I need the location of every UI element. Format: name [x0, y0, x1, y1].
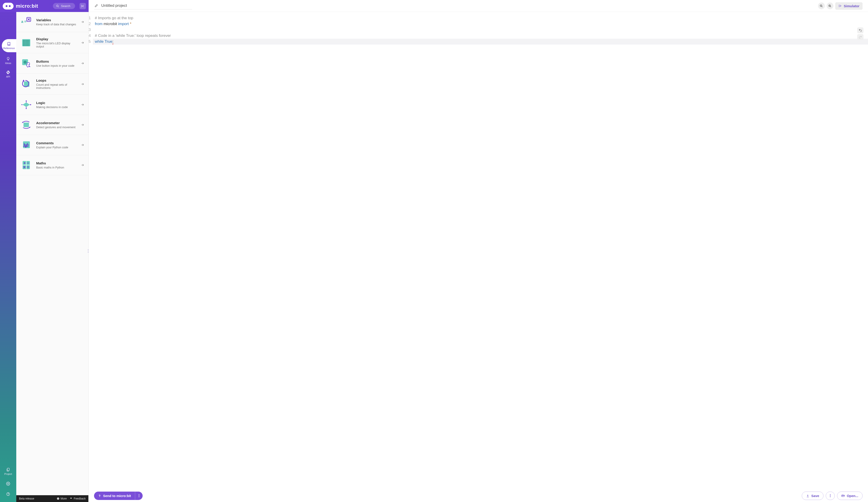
- svg-line-57: [822, 6, 823, 7]
- feedback-label: Feedback: [74, 497, 86, 500]
- reference-card-display[interactable]: Display The micro:bit's LED display outp…: [16, 32, 89, 53]
- ref-title: Buttons: [36, 60, 76, 63]
- svg-point-0: [56, 5, 58, 7]
- redo-icon: [858, 35, 862, 39]
- svg-line-1: [58, 6, 59, 7]
- rail-settings-button[interactable]: [0, 480, 16, 487]
- code-line[interactable]: from microbit import *: [95, 21, 868, 27]
- reference-card-variables[interactable]: a = Variables Keep track of data that ch…: [16, 12, 89, 32]
- svg-rect-14: [29, 40, 29, 41]
- python-icon: [6, 70, 10, 74]
- save-label: Save: [811, 494, 819, 498]
- svg-rect-48: [58, 498, 58, 499]
- ref-desc: Explain your Python code: [36, 146, 76, 149]
- code-line[interactable]: [95, 27, 868, 33]
- svg-point-45: [28, 168, 29, 168]
- code-line[interactable]: # Imports go at the top: [95, 15, 868, 21]
- zoom-out-icon: [820, 4, 823, 8]
- svg-rect-30: [23, 45, 24, 46]
- undo-button[interactable]: [857, 27, 864, 33]
- code-line[interactable]: # Code in a 'while True:' loop repeats f…: [95, 33, 868, 39]
- svg-point-54: [88, 252, 89, 253]
- editor-main: Simulator 12345 # Imports go at the topf…: [89, 0, 868, 502]
- book-icon: [7, 42, 11, 46]
- reference-card-logic[interactable]: Logic Making decisions in code: [16, 95, 89, 115]
- search-input[interactable]: Search: [53, 3, 75, 9]
- ref-desc: Detect gestures and movement: [36, 126, 76, 129]
- reference-card-accelerometer[interactable]: Accelerometer Detect gestures and moveme…: [16, 115, 89, 135]
- rail-tab-api[interactable]: API: [0, 69, 16, 79]
- ref-title: Loops: [36, 79, 76, 82]
- reference-card-maths[interactable]: Maths Basic maths in Python: [16, 155, 89, 175]
- brand-logo: micro:bit: [3, 3, 38, 10]
- rail-tab-ideas[interactable]: Ideas: [0, 55, 16, 66]
- svg-point-49: [58, 498, 58, 498]
- arrow-right-icon: [81, 163, 84, 167]
- svg-rect-13: [27, 40, 28, 41]
- redo-button[interactable]: [857, 34, 864, 40]
- svg-point-50: [88, 249, 89, 250]
- code-lines[interactable]: # Imports go at the topfrom microbit imp…: [93, 12, 868, 489]
- simulator-button[interactable]: Simulator: [835, 2, 862, 10]
- save-button[interactable]: Save: [802, 492, 824, 500]
- rail-tab-project[interactable]: Project: [0, 466, 16, 477]
- send-menu-button[interactable]: [135, 492, 143, 500]
- flag-icon: [70, 497, 73, 500]
- project-title-input[interactable]: [101, 3, 192, 8]
- reference-card-comments[interactable]: Comments Explain your Python code: [16, 135, 89, 155]
- svg-rect-18: [27, 41, 28, 42]
- svg-rect-3: [7, 468, 9, 471]
- undo-icon: [858, 29, 862, 32]
- brand-name: micro:bit: [16, 3, 38, 9]
- arrow-right-icon: [81, 20, 84, 24]
- collapse-sidebar-button[interactable]: [80, 3, 86, 9]
- ref-desc: Use button inputs in your code: [36, 64, 76, 68]
- svg-rect-10: [23, 40, 24, 41]
- gear-icon: [6, 482, 10, 486]
- svg-point-64: [138, 494, 139, 495]
- ref-title: Variables: [36, 18, 76, 22]
- ref-desc: Keep track of data that changes: [36, 23, 76, 26]
- ref-text: Comments Explain your Python code: [36, 141, 76, 149]
- info-icon: [57, 497, 60, 500]
- svg-rect-22: [26, 42, 27, 43]
- folder-open-icon: [841, 494, 845, 498]
- zoom-out-button[interactable]: [818, 2, 825, 9]
- svg-rect-28: [27, 44, 28, 44]
- arrow-right-icon: [81, 41, 84, 44]
- svg-rect-32: [26, 45, 27, 46]
- bot-face-icon: [3, 3, 13, 10]
- ref-icon: [20, 140, 32, 150]
- save-menu-button[interactable]: [826, 492, 835, 500]
- rail-help-button[interactable]: [0, 491, 16, 498]
- rail-tab-label: Reference: [3, 47, 15, 50]
- svg-rect-27: [26, 44, 27, 44]
- svg-rect-26: [24, 44, 25, 44]
- svg-rect-29: [29, 44, 29, 44]
- line-gutter: 12345: [89, 12, 93, 489]
- reference-card-buttons[interactable]: Buttons Use button inputs in your code: [16, 53, 89, 73]
- ref-text: Maths Basic maths in Python: [36, 161, 76, 169]
- code-line[interactable]: while True:: [93, 39, 868, 44]
- ref-text: Display The micro:bit's LED display outp…: [36, 37, 76, 48]
- svg-point-4: [8, 483, 9, 484]
- search-placeholder: Search: [61, 4, 70, 8]
- svg-point-52: [88, 251, 89, 252]
- svg-rect-20: [23, 42, 24, 43]
- ref-text: Logic Making decisions in code: [36, 101, 76, 109]
- feedback-button[interactable]: Feedback: [70, 497, 86, 500]
- zoom-in-button[interactable]: [827, 2, 834, 9]
- svg-rect-25: [23, 44, 24, 44]
- svg-rect-11: [24, 40, 25, 41]
- ref-desc: The micro:bit's LED display output: [36, 42, 76, 48]
- send-to-microbit-button[interactable]: Send to micro:bit: [94, 492, 135, 500]
- undo-redo-stack: [857, 27, 864, 40]
- open-button[interactable]: Open...: [837, 492, 862, 500]
- reference-card-loops[interactable]: Loops Count and repeat sets of instructi…: [16, 73, 89, 95]
- more-button[interactable]: More: [57, 497, 67, 500]
- edit-pencil-icon[interactable]: [94, 4, 98, 8]
- usb-icon: [98, 494, 101, 498]
- code-editor[interactable]: 12345 # Imports go at the topfrom microb…: [89, 12, 868, 489]
- rail-tab-reference[interactable]: Reference: [2, 39, 16, 52]
- svg-point-68: [830, 495, 831, 496]
